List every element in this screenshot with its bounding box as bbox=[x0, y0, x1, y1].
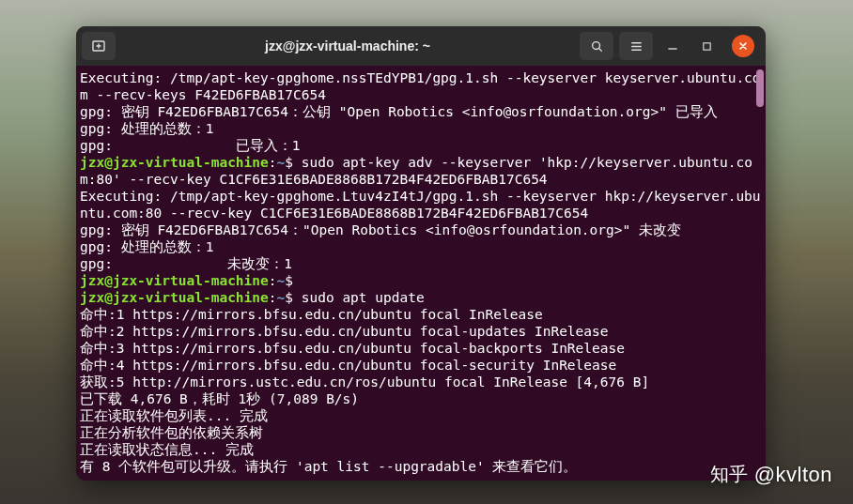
menu-button[interactable] bbox=[619, 32, 653, 60]
output-line: 命中:3 https://mirrors.bfsu.edu.cn/ubuntu … bbox=[80, 341, 625, 356]
output-line: 正在读取软件包列表... 完成 bbox=[80, 408, 268, 423]
output-line: 命中:1 https://mirrors.bfsu.edu.cn/ubuntu … bbox=[80, 307, 543, 322]
output-line: gpg: 处理的总数：1 bbox=[80, 121, 213, 136]
watermark: 知乎 @kvlton bbox=[710, 462, 832, 487]
output-line: gpg: 未改变：1 bbox=[80, 256, 292, 271]
output-line: gpg: 密钥 F42ED6FBAB17C654："Open Robotics … bbox=[80, 222, 681, 237]
maximize-button[interactable] bbox=[692, 32, 721, 60]
titlebar: jzx@jzx-virtual-machine: ~ bbox=[76, 26, 766, 66]
scrollbar-thumb[interactable] bbox=[756, 69, 764, 107]
svg-rect-2 bbox=[703, 42, 709, 49]
prompt-path: ~ bbox=[277, 273, 286, 288]
command-text: sudo apt update bbox=[293, 290, 425, 305]
output-line: gpg: 已导入：1 bbox=[80, 138, 301, 153]
output-line: 已下载 4,676 B，耗时 1秒 (7,089 B/s) bbox=[80, 391, 359, 406]
output-line: Executing: /tmp/apt-key-gpghome.nssTEdYP… bbox=[80, 70, 761, 102]
output-line: Executing: /tmp/apt-key-gpghome.Ltuv4zI4… bbox=[80, 189, 761, 221]
output-line: gpg: 密钥 F42ED6FBAB17C654：公钥 "Open Roboti… bbox=[80, 104, 718, 119]
window-title: jzx@jzx-virtual-machine: ~ bbox=[121, 38, 574, 53]
close-button[interactable] bbox=[732, 35, 754, 57]
zhihu-logo: 知乎 bbox=[710, 462, 749, 487]
prompt-path: ~ bbox=[277, 290, 286, 305]
output-line: 获取:5 http://mirrors.ustc.edu.cn/ros/ubun… bbox=[80, 374, 649, 389]
new-tab-button[interactable] bbox=[82, 32, 116, 60]
watermark-author: @kvlton bbox=[754, 463, 832, 487]
minimize-button[interactable] bbox=[659, 32, 687, 60]
output-line: 有 8 个软件包可以升级。请执行 'apt list --upgradable'… bbox=[80, 459, 577, 474]
terminal-window: jzx@jzx-virtual-machine: ~ Executing: /t… bbox=[76, 26, 766, 481]
output-line: 正在分析软件包的依赖关系树 bbox=[80, 425, 263, 440]
search-button[interactable] bbox=[580, 32, 613, 60]
prompt-user: jzx@jzx-virtual-machine bbox=[80, 273, 269, 288]
prompt-user: jzx@jzx-virtual-machine bbox=[80, 290, 269, 305]
output-line: 正在读取状态信息... 完成 bbox=[80, 442, 254, 457]
prompt-path: ~ bbox=[277, 155, 286, 170]
prompt-user: jzx@jzx-virtual-machine bbox=[80, 155, 269, 170]
output-line: gpg: 处理的总数：1 bbox=[80, 239, 213, 254]
output-line: 命中:2 https://mirrors.bfsu.edu.cn/ubuntu … bbox=[80, 324, 609, 339]
terminal-output[interactable]: Executing: /tmp/apt-key-gpghome.nssTEdYP… bbox=[76, 66, 766, 481]
output-line: 命中:4 https://mirrors.bfsu.edu.cn/ubuntu … bbox=[80, 358, 616, 373]
